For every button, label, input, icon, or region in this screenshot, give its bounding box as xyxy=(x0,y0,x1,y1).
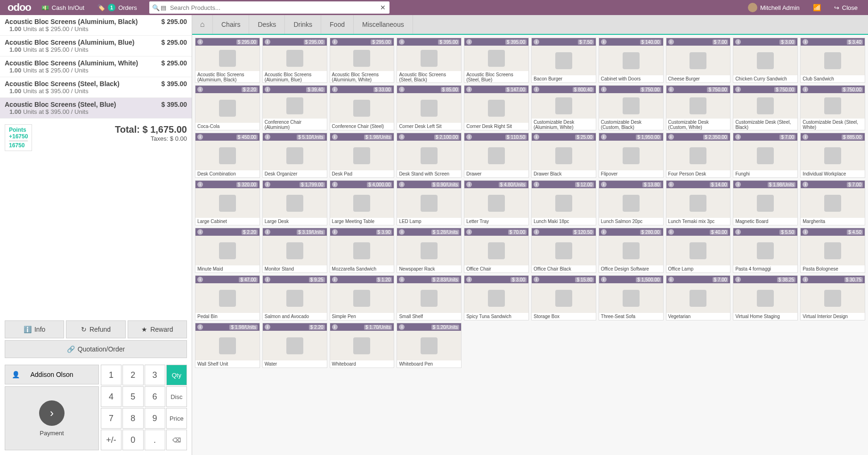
product-card[interactable]: i $ 0.90/Units LED Lamp xyxy=(397,180,462,225)
payment-button[interactable]: › Payment xyxy=(5,386,99,450)
info-icon[interactable]: i xyxy=(197,324,203,330)
info-icon[interactable]: i xyxy=(399,39,405,45)
product-card[interactable]: i $ 30.75 Virtual Interior Design xyxy=(800,275,865,320)
customer-button[interactable]: 👤 Addison Olson xyxy=(5,365,99,384)
order-line[interactable]: Acoustic Bloc Screens (Steel, Blue)$ 395… xyxy=(0,98,192,119)
product-card[interactable]: i $ 120.50 Office Chair Black xyxy=(531,228,596,273)
product-card[interactable]: i $ 885.00 Individual Workplace xyxy=(800,133,865,178)
product-card[interactable]: i $ 7.00 Funghi xyxy=(733,133,798,178)
info-icon[interactable]: i xyxy=(803,39,808,45)
info-icon[interactable]: i xyxy=(466,229,472,235)
product-card[interactable]: i $ 1,799.00 Large Desk xyxy=(262,180,327,225)
product-card[interactable]: i $ 2.20 Coca-Cola xyxy=(195,85,260,130)
numpad-disc[interactable]: Disc xyxy=(166,386,187,407)
product-card[interactable]: i $ 295.00 Acoustic Bloc Screens (Alumin… xyxy=(330,38,395,83)
product-card[interactable]: i $ 750.00 Customizable Desk (Steel, Whi… xyxy=(800,85,865,130)
numpad-price[interactable]: Price xyxy=(166,408,187,429)
info-icon[interactable]: i xyxy=(735,134,741,140)
info-icon[interactable]: i xyxy=(265,87,270,92)
category-tab-desks[interactable]: Desks xyxy=(249,15,285,34)
info-icon[interactable]: i xyxy=(332,229,338,235)
product-card[interactable]: i $ 38.25 Virtual Home Staging xyxy=(733,275,798,320)
numpad-qty[interactable]: Qty xyxy=(166,365,187,385)
info-icon[interactable]: i xyxy=(668,229,674,235)
close-button[interactable]: ↪ Close xyxy=(827,0,864,15)
numpad-4[interactable]: 4 xyxy=(101,386,122,407)
product-card[interactable]: i $ 2.83/Units Small Shelf xyxy=(397,275,462,320)
product-card[interactable]: i $ 3.19/Units Monitor Stand xyxy=(262,228,327,273)
user-button[interactable]: Mitchell Admin xyxy=(741,0,806,15)
order-line[interactable]: Acoustic Bloc Screens (Steel, Black)$ 39… xyxy=(0,77,192,98)
category-tab-miscellaneous[interactable]: Miscellaneous xyxy=(354,15,413,34)
numpad-.[interactable]: . xyxy=(145,430,165,450)
info-icon[interactable]: i xyxy=(399,182,405,187)
info-icon[interactable]: i xyxy=(265,324,270,330)
product-card[interactable]: i $ 1.98/Units Magnetic Board xyxy=(733,180,798,225)
product-card[interactable]: i $ 147.00 Corner Desk Right Sit xyxy=(464,85,529,130)
product-card[interactable]: i $ 140.00 Cabinet with Doors xyxy=(599,38,664,83)
product-card[interactable]: i $ 1,950.00 Flipover xyxy=(599,133,664,178)
product-card[interactable]: i $ 4.50 Pasta Bolognese xyxy=(800,228,865,273)
cash-in-out-button[interactable]: 💵 Cash In/Out xyxy=(35,0,91,15)
product-card[interactable]: i $ 450.00 Desk Combination xyxy=(195,133,260,178)
info-icon[interactable]: i xyxy=(332,277,338,282)
info-icon[interactable]: i xyxy=(332,39,338,45)
order-line[interactable]: Acoustic Bloc Screens (Aluminium, Blue)$… xyxy=(0,36,192,56)
product-card[interactable]: i $ 85.00 Corner Desk Left Sit xyxy=(397,85,462,130)
info-button[interactable]: ℹ️Info xyxy=(5,320,64,338)
info-icon[interactable]: i xyxy=(265,39,270,45)
product-grid-wrap[interactable]: i $ 295.00 Acoustic Bloc Screens (Alumin… xyxy=(192,35,868,455)
order-line[interactable]: Acoustic Bloc Screens (Aluminium, Black)… xyxy=(0,15,192,36)
info-icon[interactable]: i xyxy=(466,134,472,140)
info-icon[interactable]: i xyxy=(197,229,203,235)
info-icon[interactable]: i xyxy=(803,277,808,282)
product-card[interactable]: i $ 15.80 Storage Box xyxy=(531,275,596,320)
product-card[interactable]: i $ 40.00 Office Lamp xyxy=(666,228,731,273)
product-card[interactable]: i $ 280.00 Office Design Software xyxy=(599,228,664,273)
order-line[interactable]: Acoustic Bloc Screens (Aluminium, White)… xyxy=(0,56,192,77)
product-card[interactable]: i $ 1.28/Units Newspaper Rack xyxy=(397,228,462,273)
product-card[interactable]: i $ 3.90 Mozzarella Sandwich xyxy=(330,228,395,273)
info-icon[interactable]: i xyxy=(601,277,607,282)
info-icon[interactable]: i xyxy=(265,277,270,282)
info-icon[interactable]: i xyxy=(803,229,808,235)
info-icon[interactable]: i xyxy=(466,39,472,45)
numpad-1[interactable]: 1 xyxy=(101,365,122,385)
info-icon[interactable]: i xyxy=(601,134,607,140)
numpad-7[interactable]: 7 xyxy=(101,408,122,429)
info-icon[interactable]: i xyxy=(399,134,405,140)
info-icon[interactable]: i xyxy=(197,182,203,187)
numpad-0[interactable]: 0 xyxy=(122,430,143,450)
info-icon[interactable]: i xyxy=(534,182,539,187)
product-card[interactable]: i $ 2.20 Water xyxy=(262,323,327,368)
info-icon[interactable]: i xyxy=(399,87,405,92)
category-tab-chairs[interactable]: Chairs xyxy=(213,15,249,34)
home-tab[interactable]: ⌂ xyxy=(192,15,213,34)
info-icon[interactable]: i xyxy=(197,87,203,92)
info-icon[interactable]: i xyxy=(668,134,674,140)
info-icon[interactable]: i xyxy=(668,277,674,282)
info-icon[interactable]: i xyxy=(332,324,338,330)
info-icon[interactable]: i xyxy=(197,277,203,282)
info-icon[interactable]: i xyxy=(735,87,741,92)
info-icon[interactable]: i xyxy=(197,39,203,45)
numpad-3[interactable]: 3 xyxy=(145,365,165,385)
info-icon[interactable]: i xyxy=(803,134,808,140)
product-card[interactable]: i $ 7.50 Bacon Burger xyxy=(531,38,596,83)
info-icon[interactable]: i xyxy=(735,277,741,282)
product-card[interactable]: i $ 5.50 Pasta 4 formaggi xyxy=(733,228,798,273)
info-icon[interactable]: i xyxy=(534,87,539,92)
info-icon[interactable]: i xyxy=(399,229,405,235)
product-card[interactable]: i $ 7.00 Vegetarian xyxy=(666,275,731,320)
product-card[interactable]: i $ 3.00 Spicy Tuna Sandwich xyxy=(464,275,529,320)
info-icon[interactable]: i xyxy=(332,182,338,187)
info-icon[interactable]: i xyxy=(803,87,808,92)
product-card[interactable]: i $ 395.00 Acoustic Bloc Screens (Steel,… xyxy=(464,38,529,83)
product-card[interactable]: i $ 1.70/Units Whiteboard xyxy=(330,323,395,368)
info-icon[interactable]: i xyxy=(668,182,674,187)
numpad-9[interactable]: 9 xyxy=(145,408,165,429)
numpad-2[interactable]: 2 xyxy=(122,365,143,385)
refund-button[interactable]: ↻Refund xyxy=(66,320,125,338)
product-card[interactable]: i $ 2,100.00 Desk Stand with Screen xyxy=(397,133,462,178)
product-card[interactable]: i $ 1,500.00 Three-Seat Sofa xyxy=(599,275,664,320)
